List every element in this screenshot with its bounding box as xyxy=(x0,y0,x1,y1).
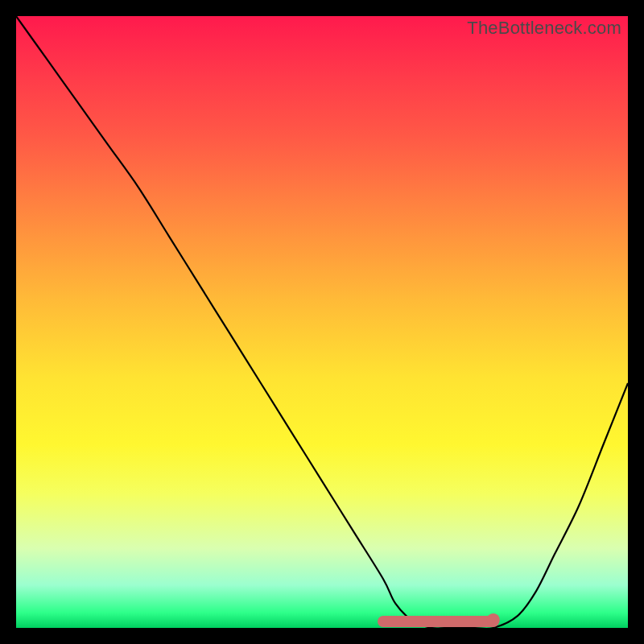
plot-area: TheBottleneck.com xyxy=(16,16,628,628)
optimum-end-dot xyxy=(487,613,500,626)
bottleneck-curve-svg xyxy=(16,16,628,628)
bottleneck-curve xyxy=(16,16,628,628)
chart-frame: TheBottleneck.com xyxy=(0,0,644,644)
